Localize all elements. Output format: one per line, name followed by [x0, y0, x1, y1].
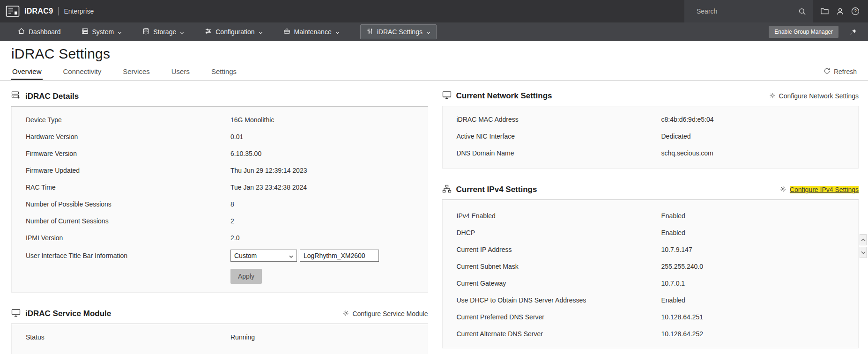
nav-item-label: Storage: [153, 28, 176, 36]
nav-item-idrac-settings[interactable]: iDRAC Settings: [360, 24, 437, 39]
configure-network-settings-link[interactable]: Configure Network Settings: [769, 92, 859, 100]
nav-item-configuration[interactable]: Configuration: [205, 28, 262, 36]
title-bar-mode-select[interactable]: Custom: [230, 250, 297, 262]
server-details-icon: [11, 91, 21, 102]
search-input[interactable]: [697, 7, 798, 15]
tab-services[interactable]: Services: [122, 65, 151, 80]
search-box: [684, 0, 813, 22]
detail-row: Firmware Version 6.10.35.00: [12, 145, 428, 162]
configure-service-module-link[interactable]: Configure Service Module: [342, 310, 428, 318]
monitor-icon: [11, 309, 21, 319]
page-title: iDRAC Settings: [11, 46, 868, 62]
monitor-icon: [442, 91, 452, 101]
pin-icon[interactable]: [850, 29, 857, 36]
highlighted-link-text: Configure IPv4 Settings: [790, 186, 859, 193]
detail-row: Use DHCP to Obtain DNS Server Addresses …: [443, 292, 859, 309]
tab-overview[interactable]: Overview: [11, 65, 43, 80]
server-icon: [82, 28, 89, 36]
service-module-body: Status Running: [11, 324, 428, 354]
detail-row: Number of Possible Sessions 8: [12, 196, 428, 213]
nav-item-dashboard[interactable]: Dashboard: [18, 28, 61, 36]
detail-row: IPv4 Enabled Enabled: [443, 207, 859, 224]
detail-row: DNS Domain Name schq.secious.com: [443, 145, 859, 162]
card-title: Current Network Settings: [456, 91, 552, 101]
detail-row: DHCP Enabled: [443, 224, 859, 241]
storage-icon: [142, 28, 149, 36]
detail-row: Status Running: [12, 329, 428, 346]
gear-icon: [769, 92, 776, 100]
user-icon[interactable]: [836, 7, 844, 15]
main-nav: Dashboard System Storage: [0, 22, 868, 41]
service-module-card: iDRAC Service Module Configure Service M…: [11, 305, 428, 354]
card-title: iDRAC Service Module: [25, 309, 111, 318]
nav-item-label: System: [92, 28, 114, 36]
network-settings-card: Current Network Settings Configure Netwo…: [442, 87, 859, 169]
idrac-details-card: iDRAC Details Device Type 16G Monolithic…: [11, 87, 428, 293]
edition-label: Enterprise: [64, 7, 94, 15]
folder-icon[interactable]: [820, 7, 829, 15]
nav-item-label: Dashboard: [29, 28, 61, 36]
nav-item-maintenance[interactable]: Maintenance: [283, 28, 340, 36]
card-title: iDRAC Details: [25, 92, 79, 101]
refresh-label: Refresh: [834, 68, 857, 75]
chevron-down-icon: [426, 28, 430, 36]
left-column: iDRAC Details Device Type 16G Monolithic…: [11, 87, 428, 354]
gear-icon: [342, 310, 349, 318]
content-area: iDRAC Details Device Type 16G Monolithic…: [0, 81, 868, 354]
nav-item-system[interactable]: System: [82, 28, 122, 36]
apply-button[interactable]: Apply: [230, 269, 262, 284]
title-bar-text-input[interactable]: [300, 250, 379, 262]
card-title: Current IPv4 Settings: [456, 185, 537, 194]
detail-row: IPMI Version 2.0: [12, 229, 428, 246]
detail-row: Current Preferred DNS Server 10.128.64.2…: [443, 309, 859, 325]
detail-row: iDRAC MAC Address c8:4b:d6:9d:e5:04: [443, 111, 859, 128]
scroll-up-button[interactable]: [860, 234, 867, 245]
enable-group-manager-button[interactable]: Enable Group Manager: [769, 26, 838, 38]
idrac-details-body: Device Type 16G Monolithic Hardware Vers…: [11, 107, 428, 293]
nav-item-storage[interactable]: Storage: [142, 28, 184, 36]
brand-separator: [58, 7, 59, 15]
detail-row: RAC Time Tue Jan 23 23:42:38 2024: [12, 179, 428, 196]
idrac-screen: iDRAC9 Enterprise: [0, 0, 868, 354]
network-settings-body: iDRAC MAC Address c8:4b:d6:9d:e5:04 Acti…: [442, 106, 859, 169]
nav-item-label: Maintenance: [294, 28, 332, 36]
settings-sliders-icon: [366, 28, 373, 36]
toolbox-icon: [283, 28, 290, 36]
tab-bar: Overview Connectivity Services Users Set…: [0, 65, 868, 81]
idrac-logo-icon: [6, 4, 20, 18]
nav-right-group: Enable Group Manager: [769, 26, 868, 38]
chevron-down-icon: [118, 28, 122, 36]
tab-connectivity[interactable]: Connectivity: [62, 65, 103, 80]
brand-name: iDRAC9: [24, 7, 53, 15]
home-icon: [18, 28, 25, 36]
chevron-down-icon: [335, 28, 340, 36]
gear-icon: [780, 186, 786, 194]
chevron-down-icon: [259, 28, 263, 36]
sitemap-icon: [442, 184, 452, 195]
nav-item-label: Configuration: [215, 28, 254, 36]
configure-ipv4-settings-link[interactable]: Configure IPv4 Settings: [780, 186, 859, 194]
detail-row: Current IP Address 10.7.9.147: [443, 241, 859, 258]
search-icon[interactable]: [798, 7, 806, 15]
scroll-down-button[interactable]: [860, 247, 867, 258]
tab-settings[interactable]: Settings: [210, 65, 237, 80]
detail-row: Current Subnet Mask 255.255.240.0: [443, 258, 859, 275]
detail-row: Firmware Updated Thu Jun 29 12:39:14 202…: [12, 162, 428, 179]
refresh-icon: [823, 67, 831, 76]
help-icon[interactable]: ?: [851, 7, 860, 15]
nav-item-label: iDRAC Settings: [377, 28, 423, 36]
detail-row: Current Alternate DNS Server 10.128.64.2…: [443, 325, 859, 342]
svg-text:?: ?: [854, 9, 857, 14]
chevron-down-icon: [180, 28, 184, 36]
detail-row: Active NIC Interface Dedicated: [443, 128, 859, 145]
top-bar: iDRAC9 Enterprise: [0, 0, 868, 22]
tab-users[interactable]: Users: [171, 65, 191, 80]
detail-row: Current Gateway 10.7.0.1: [443, 275, 859, 292]
ipv4-settings-body: IPv4 Enabled Enabled DHCP Enabled Curren…: [442, 200, 859, 348]
detail-row: Device Type 16G Monolithic: [12, 111, 428, 128]
right-column: Current Network Settings Configure Netwo…: [442, 87, 859, 354]
detail-row: Hardware Version 0.01: [12, 128, 428, 145]
top-icon-group: ?: [813, 7, 868, 15]
detail-row: Number of Current Sessions 2: [12, 213, 428, 229]
refresh-button[interactable]: Refresh: [823, 67, 857, 80]
